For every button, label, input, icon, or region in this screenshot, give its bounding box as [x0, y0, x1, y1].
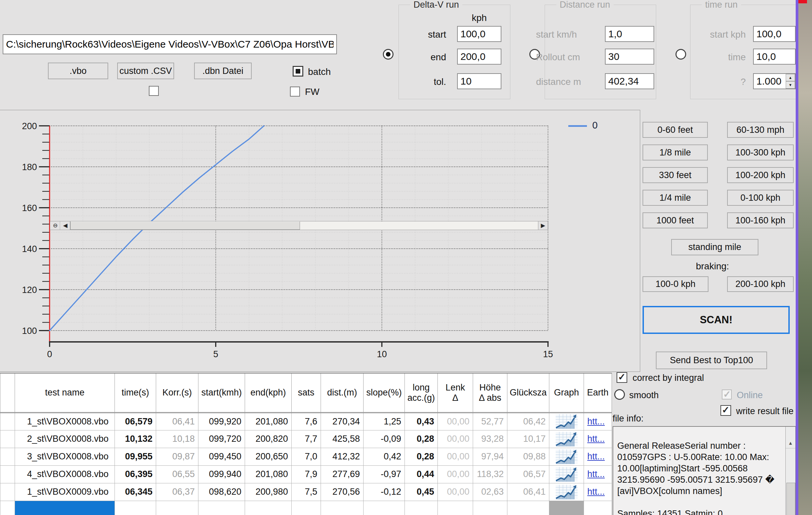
scroll-right-icon[interactable]: ▶: [538, 221, 548, 230]
column-header[interactable]: slope(%): [364, 373, 405, 412]
cell-end_kph[interactable]: 200,980: [245, 483, 292, 501]
graph-thumbnail-icon[interactable]: [556, 414, 578, 429]
btn-1-8-mile[interactable]: 1/8 mile: [642, 144, 708, 161]
cell-test_name[interactable]: 1_st\VBOX0009.vbo: [15, 483, 115, 501]
cell-sats[interactable]: 7,7: [292, 430, 321, 448]
fw-checkbox[interactable]: [290, 87, 300, 96]
cell-hoehe[interactable]: 93,28: [473, 430, 508, 448]
column-header[interactable]: Glücksza: [508, 373, 549, 412]
empty-cell[interactable]: [473, 501, 508, 515]
column-header[interactable]: sats: [292, 373, 321, 412]
btn-100-0-kph[interactable]: 100-0 kph: [642, 276, 708, 292]
rollout-cm-input[interactable]: 30: [605, 49, 654, 64]
graph-thumbnail-icon[interactable]: [556, 485, 578, 499]
cell-gluecks[interactable]: 09,88: [508, 448, 549, 465]
cell-graph[interactable]: [549, 483, 584, 501]
column-header[interactable]: start(kmh): [198, 373, 245, 412]
empty-cell[interactable]: [321, 501, 364, 515]
column-header[interactable]: Korr.(s): [156, 373, 198, 412]
cell-korr_s[interactable]: 06,41: [156, 412, 198, 430]
cell-korr_s[interactable]: 09,87: [156, 448, 198, 465]
empty-cell[interactable]: [156, 501, 198, 515]
btn-0-100-kph[interactable]: 0-100 kph: [727, 190, 794, 206]
cell-test_name[interactable]: 4_st\VBOX0008.vbo: [15, 465, 115, 483]
row-header-cell[interactable]: [0, 483, 15, 501]
cell-time_s[interactable]: 06,395: [115, 465, 156, 483]
cell-graph[interactable]: [549, 465, 584, 483]
file-info-scroll-thumb[interactable]: [786, 483, 795, 515]
cell-start_kmh[interactable]: 099,940: [198, 465, 245, 483]
empty-cell[interactable]: [0, 501, 15, 515]
time-value-input[interactable]: 10,0: [753, 49, 796, 64]
cell-graph[interactable]: [549, 448, 584, 465]
cell-time_s[interactable]: 06,345: [115, 483, 156, 501]
send-best-to-top100-button[interactable]: Send Best to Top100: [656, 351, 767, 369]
zoom-out-icon[interactable]: ⊖: [50, 221, 60, 230]
correct-by-integral-checkbox[interactable]: ✓: [616, 372, 627, 383]
results-table[interactable]: test nametime(s)Korr.(s)start(kmh)end(kp…: [0, 373, 612, 515]
file-info-scrollbar[interactable]: ▲: [785, 427, 795, 515]
cell-earth[interactable]: htt...: [584, 430, 612, 448]
column-header[interactable]: Lenk Δ: [438, 373, 473, 412]
cell-dist_m[interactable]: 412,32: [321, 448, 364, 465]
custom-csv-button[interactable]: custom .CSV: [117, 63, 174, 79]
write-result-file-checkbox[interactable]: ✓: [720, 405, 731, 416]
cell-earth[interactable]: htt...: [584, 448, 612, 465]
cell-long_acc[interactable]: 0,28: [405, 448, 438, 465]
cell-earth[interactable]: htt...: [584, 465, 612, 483]
btn-1-4-mile[interactable]: 1/4 mile: [642, 190, 708, 206]
selected-cell[interactable]: [15, 501, 115, 515]
cell-slope[interactable]: -0,97: [364, 465, 405, 483]
cell-test_name[interactable]: 2_st\VBOX0008.vbo: [15, 430, 115, 448]
close-button-fragment[interactable]: [799, 0, 807, 3]
btn-200-100-kph[interactable]: 200-100 kph: [727, 276, 794, 292]
table-row[interactable]: 1_st\VBOX0009.vbo06,34506,37098,620200,9…: [0, 483, 612, 501]
cell-korr_s[interactable]: 06,37: [156, 483, 198, 501]
cell-slope[interactable]: -0,12: [364, 483, 405, 501]
cell-start_kmh[interactable]: 098,620: [198, 483, 245, 501]
cell-time_s[interactable]: 09,955: [115, 448, 156, 465]
column-header[interactable]: Graph: [549, 373, 584, 412]
earth-link[interactable]: htt...: [587, 451, 605, 461]
column-header[interactable]: long acc.(g): [405, 373, 438, 412]
column-header[interactable]: test name: [15, 373, 115, 412]
cell-hoehe[interactable]: 52,77: [473, 412, 508, 430]
file-path-input[interactable]: [3, 34, 337, 54]
cell-slope[interactable]: 1,25: [364, 412, 405, 430]
cell-lenk[interactable]: 00,00: [438, 465, 473, 483]
cell-end_kph[interactable]: 201,080: [245, 465, 292, 483]
cell-time_s[interactable]: 10,132: [115, 430, 156, 448]
cell-graph[interactable]: [549, 430, 584, 448]
empty-cell[interactable]: [508, 501, 549, 515]
cell-earth[interactable]: htt...: [584, 412, 612, 430]
graph-thumbnail-icon[interactable]: [556, 467, 578, 482]
cell-lenk[interactable]: 00,00: [438, 483, 473, 501]
cell-start_kmh[interactable]: 099,720: [198, 430, 245, 448]
btn-60-130-mph[interactable]: 60-130 mph: [727, 122, 794, 138]
chart-scrollbar[interactable]: ⊖ ◀ ▶: [50, 221, 548, 230]
cell-korr_s[interactable]: 06,55: [156, 465, 198, 483]
cell-start_kmh[interactable]: 099,920: [198, 412, 245, 430]
cell-gluecks[interactable]: 06,41: [508, 483, 549, 501]
empty-cell[interactable]: [245, 501, 292, 515]
row-header-cell[interactable]: [0, 465, 15, 483]
cell-lenk[interactable]: 00,00: [438, 412, 473, 430]
scrollbar-thumb[interactable]: [70, 221, 300, 230]
smooth-radio[interactable]: [614, 389, 625, 400]
table-row[interactable]: 2_st\VBOX0008.vbo10,13210,18099,720200,8…: [0, 430, 612, 448]
cell-end_kph[interactable]: 201,080: [245, 412, 292, 430]
cell-gluecks[interactable]: 10,17: [508, 430, 549, 448]
empty-cell[interactable]: [292, 501, 321, 515]
empty-cell[interactable]: [364, 501, 405, 515]
cell-lenk[interactable]: 00,00: [438, 430, 473, 448]
table-row[interactable]: 1_st\VBOX0008.vbo06,57906,41099,920201,0…: [0, 412, 612, 430]
cell-dist_m[interactable]: 270,34: [321, 412, 364, 430]
column-header[interactable]: Höhe Δ abs: [473, 373, 508, 412]
vbo-button[interactable]: .vbo: [48, 63, 108, 79]
distance-start-input[interactable]: 1,0: [605, 26, 654, 42]
cell-end_kph[interactable]: 200,650: [245, 448, 292, 465]
graph-thumbnail-icon[interactable]: [556, 450, 578, 464]
scroll-left-icon[interactable]: ◀: [60, 221, 70, 230]
spinner-up-icon[interactable]: ▲: [786, 74, 795, 81]
time-start-kph-input[interactable]: 100,0: [753, 26, 796, 42]
